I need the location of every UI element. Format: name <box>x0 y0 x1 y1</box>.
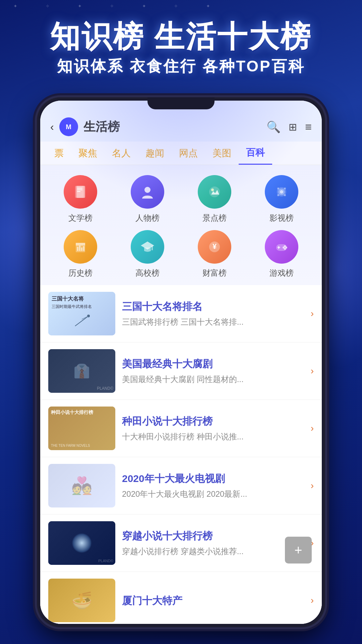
list-arrow-6: › <box>311 595 314 606</box>
list-thumb-4: 💑 <box>48 464 115 507</box>
list-title-1: 三国十大名将排名 <box>122 300 304 313</box>
category-gaoxiao[interactable]: 高校榜 <box>117 230 178 278</box>
header-area: 知识榜 生活十大榜 知识体系 衣食住行 各种TOP百科 <box>0 0 362 87</box>
svg-rect-16 <box>76 243 85 246</box>
svg-rect-3 <box>77 190 82 190</box>
list-content-6: 厦门十大特产 <box>122 594 304 607</box>
list-arrow-2: › <box>311 366 314 376</box>
caifu-icon: ¥ <box>198 230 231 264</box>
list-item[interactable]: 三国十大名将三国时期最牛武将排名 三国十大名将排名 <box>40 285 322 342</box>
list-thumb-3: 种田小说十大排行榜 THE TEN FARM NOVELS <box>48 407 115 450</box>
list-section: 三国十大名将三国时期最牛武将排名 三国十大名将排名 <box>40 285 322 624</box>
svg-point-28 <box>283 247 285 249</box>
list-thumb-5: PLAND© <box>48 521 115 565</box>
list-item[interactable]: 种田小说十大排行榜 THE TEN FARM NOVELS 种田小说十大排行榜 … <box>40 400 322 457</box>
svg-point-12 <box>284 187 286 190</box>
phone-screen: ‹ M 生活榜 🔍 ⊞ ≡ 票 聚焦 名人 趣闻 网点 美图 百科 <box>40 101 322 624</box>
list-desc-1: 三国武将排行榜 三国十大名将排... <box>122 316 304 328</box>
svg-rect-19 <box>81 248 82 251</box>
back-button[interactable]: ‹ <box>50 121 54 133</box>
list-title-6: 厦门十大特产 <box>122 594 304 607</box>
list-desc-4: 2020年十大最火电视剧 2020最新... <box>122 488 304 500</box>
list-item[interactable]: 🍜 厦门十大特产 › <box>40 572 322 624</box>
app-content: ‹ M 生活榜 🔍 ⊞ ≡ 票 聚焦 名人 趣闻 网点 美图 百科 <box>40 101 322 624</box>
caifu-label: 财富榜 <box>202 268 227 278</box>
renwu-icon <box>131 175 164 209</box>
category-lishi[interactable]: 历史榜 <box>50 230 111 278</box>
phone-notch <box>147 97 215 109</box>
list-desc-5: 穿越小说排行榜 穿越类小说推荐... <box>122 546 304 557</box>
float-add-button[interactable]: + <box>285 537 312 564</box>
renwu-label: 人物榜 <box>135 213 160 223</box>
svg-rect-31 <box>278 246 279 249</box>
svg-point-7 <box>211 189 214 191</box>
svg-point-6 <box>209 186 220 197</box>
svg-rect-17 <box>77 247 78 251</box>
search-icon[interactable]: 🔍 <box>266 120 281 133</box>
list-desc-3: 十大种田小说排行榜 种田小说推... <box>122 431 304 442</box>
svg-rect-4 <box>77 191 80 192</box>
tab-baike[interactable]: 百科 <box>239 142 272 165</box>
gaoxiao-icon <box>131 230 164 264</box>
list-item[interactable]: PLAND© 穿越小说十大排行榜 穿越小说排行榜 穿越类小说推荐... › <box>40 515 322 572</box>
list-item[interactable]: 👔 PLAND© 美国最经典十大腐剧 美国最经典十大腐剧 同性题材的... › <box>40 342 322 400</box>
wenxue-label: 文学榜 <box>68 213 93 223</box>
list-thumb-1: 三国十大名将三国时期最牛武将排名 <box>48 292 115 335</box>
header-title-sub: 知识体系 衣食住行 各种TOP百科 <box>0 56 362 77</box>
list-content-2: 美国最经典十大腐剧 美国最经典十大腐剧 同性题材的... <box>122 357 304 385</box>
list-thumb-2: 👔 PLAND© <box>48 349 115 393</box>
top-bar-left: ‹ M 生活榜 <box>50 117 120 136</box>
tab-jujiao[interactable]: 聚焦 <box>71 142 105 164</box>
app-logo: M <box>59 117 78 136</box>
category-jingdian[interactable]: 景点榜 <box>184 175 245 223</box>
header-title-main: 知识榜 生活十大榜 <box>0 20 362 53</box>
svg-point-13 <box>277 194 279 196</box>
svg-point-11 <box>277 187 279 190</box>
list-thumb-6: 🍜 <box>48 579 115 622</box>
list-desc-2: 美国最经典十大腐剧 同性题材的... <box>122 374 304 385</box>
page-title: 生活榜 <box>83 119 120 135</box>
list-title-5: 穿越小说十大排行榜 <box>122 529 304 542</box>
category-wenxue[interactable]: 文学榜 <box>50 175 111 223</box>
grid-icon[interactable]: ⊞ <box>289 121 297 133</box>
list-content-3: 种田小说十大排行榜 十大种田小说排行榜 种田小说推... <box>122 415 304 442</box>
svg-point-10 <box>280 190 283 194</box>
tab-mingren[interactable]: 名人 <box>105 142 138 164</box>
category-youxi[interactable]: 游戏榜 <box>251 230 312 278</box>
list-content-1: 三国十大名将排名 三国武将排行榜 三国十大名将排... <box>122 300 304 328</box>
list-content-4: 2020年十大最火电视剧 2020年十大最火电视剧 2020最新... <box>122 472 304 500</box>
svg-rect-22 <box>152 246 153 250</box>
youxi-icon <box>265 230 298 264</box>
category-caifu[interactable]: ¥ 财富榜 <box>184 230 245 278</box>
category-yingshi[interactable]: 影视榜 <box>251 175 312 223</box>
yingshi-label: 影视榜 <box>269 213 294 223</box>
svg-point-29 <box>285 247 287 249</box>
gaoxiao-label: 高校榜 <box>135 268 160 278</box>
list-title-2: 美国最经典十大腐剧 <box>122 357 304 370</box>
tab-piao[interactable]: 票 <box>47 142 71 164</box>
youxi-label: 游戏榜 <box>269 268 294 278</box>
list-title-3: 种田小说十大排行榜 <box>122 415 304 428</box>
list-arrow-1: › <box>311 308 314 319</box>
svg-point-5 <box>144 187 150 193</box>
jingdian-icon <box>198 175 231 209</box>
list-arrow-3: › <box>311 423 314 434</box>
jingdian-label: 景点榜 <box>202 213 227 223</box>
wenxue-icon <box>64 175 97 209</box>
menu-icon[interactable]: ≡ <box>305 120 312 133</box>
yingshi-icon <box>265 175 298 209</box>
svg-rect-2 <box>77 188 82 189</box>
lishi-label: 历史榜 <box>68 268 93 278</box>
tab-wangdian[interactable]: 网点 <box>172 142 205 164</box>
category-grid: 文学榜 人物榜 <box>40 165 322 285</box>
list-item[interactable]: 💑 2020年十大最火电视剧 2020年十大最火电视剧 2020最新... › <box>40 457 322 515</box>
list-title-4: 2020年十大最火电视剧 <box>122 472 304 485</box>
list-content-5: 穿越小说十大排行榜 穿越小说排行榜 穿越类小说推荐... <box>122 529 304 557</box>
tab-quwen[interactable]: 趣闻 <box>138 142 172 164</box>
top-bar-actions: 🔍 ⊞ ≡ <box>266 120 312 133</box>
svg-rect-18 <box>79 246 80 251</box>
tab-meitu[interactable]: 美图 <box>205 142 239 164</box>
category-renwu[interactable]: 人物榜 <box>117 175 178 223</box>
svg-text:¥: ¥ <box>213 242 217 251</box>
lishi-icon <box>64 230 97 264</box>
